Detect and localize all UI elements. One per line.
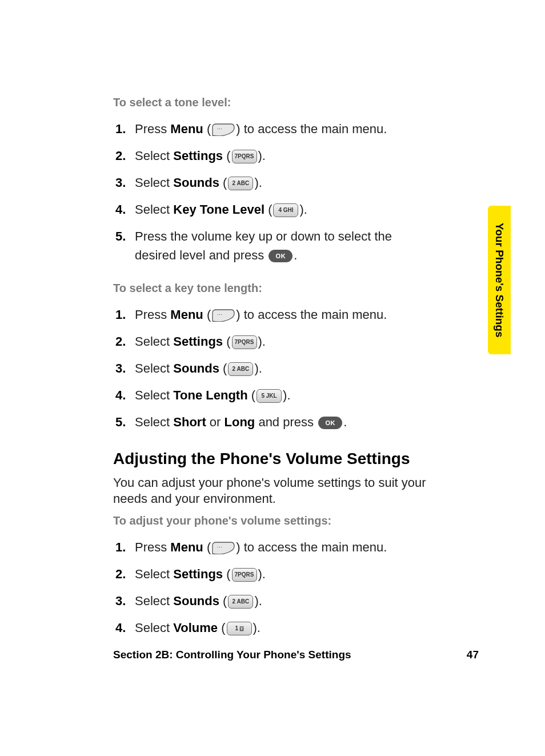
page-number: 47: [467, 649, 479, 661]
step-item: 2. Select Settings (7PQRS).: [135, 565, 430, 591]
step-item: 4. Select Tone Length (5 JKL).: [135, 386, 430, 413]
document-page: Your Phone's Settings To select a tone l…: [0, 0, 545, 756]
step-item: 1. Press Menu (⋯) to access the main men…: [135, 538, 430, 565]
key-2-icon: 2 ABC: [228, 362, 253, 376]
step-item: 2. Select Settings (7PQRS).: [135, 332, 430, 359]
step-item: 2. Select Settings (7PQRS).: [135, 146, 430, 173]
ok-key-icon: OK: [269, 250, 292, 262]
step-list-tone-length: 1. Press Menu (⋯) to access the main men…: [135, 305, 430, 439]
step-item: 4. Select Key Tone Level (4 GHI).: [135, 200, 430, 227]
page-footer: Section 2B: Controlling Your Phone's Set…: [113, 649, 479, 661]
key-2-icon: 2 ABC: [228, 595, 253, 609]
key-7-icon: 7PQRS: [232, 568, 257, 582]
step-item: 5. Select Short or Long and press OK.: [135, 413, 430, 439]
step-list-volume: 1. Press Menu (⋯) to access the main men…: [135, 538, 430, 645]
key-2-icon: 2 ABC: [228, 177, 253, 190]
step-item: 1. Press Menu (⋯) to access the main men…: [135, 119, 430, 146]
section-heading: Adjusting the Phone's Volume Settings: [113, 450, 430, 468]
section-intro: To select a tone level:: [113, 96, 430, 109]
menu-key-icon: ⋯: [212, 309, 235, 322]
side-tab: Your Phone's Settings: [488, 206, 511, 354]
key-4-icon: 4 GHI: [273, 203, 298, 217]
menu-key-icon: ⋯: [212, 123, 235, 136]
menu-key-icon: ⋯: [212, 542, 235, 554]
key-1-icon: 1 ⌼: [227, 622, 252, 635]
key-7-icon: 7PQRS: [232, 150, 257, 163]
key-5-icon: 5 JKL: [257, 389, 282, 403]
page-content: To select a tone level: 1. Press Menu (⋯…: [113, 96, 430, 654]
ok-key-icon: OK: [318, 417, 342, 429]
section-intro: To select a key tone length:: [113, 282, 430, 295]
footer-section-title: Section 2B: Controlling Your Phone's Set…: [113, 649, 351, 661]
side-tab-label: Your Phone's Settings: [493, 223, 506, 338]
step-item: 5. Press the volume key up or down to se…: [135, 227, 430, 273]
svg-text:⋯: ⋯: [217, 545, 222, 550]
step-item: 3. Select Sounds (2 ABC).: [135, 591, 430, 618]
body-paragraph: You can adjust your phone's volume setti…: [113, 475, 430, 506]
key-7-icon: 7PQRS: [232, 335, 257, 349]
step-item: 1. Press Menu (⋯) to access the main men…: [135, 305, 430, 332]
svg-text:⋯: ⋯: [217, 312, 222, 318]
step-item: 3. Select Sounds (2 ABC).: [135, 359, 430, 386]
section-intro: To adjust your phone's volume settings:: [113, 514, 430, 527]
step-item: 3. Select Sounds (2 ABC).: [135, 173, 430, 200]
step-list-tone-level: 1. Press Menu (⋯) to access the main men…: [135, 119, 430, 273]
step-item: 4. Select Volume (1 ⌼).: [135, 618, 430, 645]
svg-text:⋯: ⋯: [217, 126, 222, 132]
